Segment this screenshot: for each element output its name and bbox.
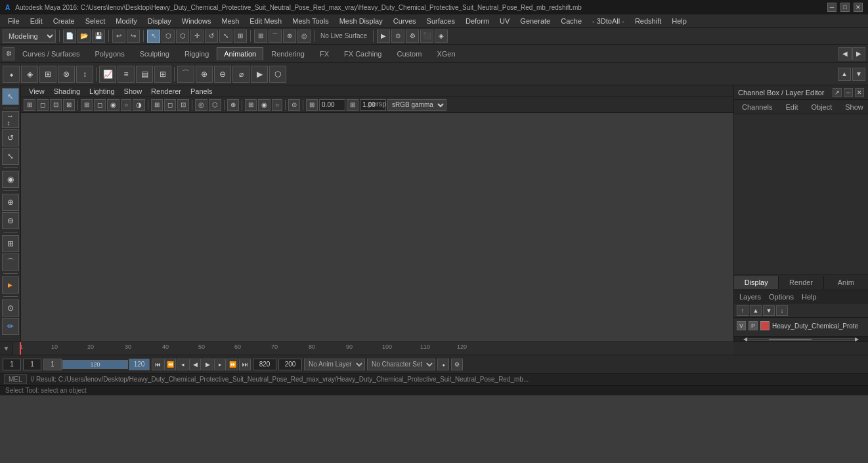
layer-add-btn[interactable]: ↑ (737, 305, 749, 316)
sculpt-btn[interactable]: ⊙ (2, 299, 19, 317)
vp-display-mode-2[interactable]: ◻ (164, 99, 176, 111)
vp-val2-btn[interactable]: ⊞ (347, 99, 358, 111)
menu-windows[interactable]: Windows (177, 16, 217, 26)
vp-display-mode-1[interactable]: ⊞ (151, 99, 163, 111)
vp-field-btn[interactable]: ⊞ (245, 99, 257, 111)
shelf-tab-fxcaching[interactable]: FX Caching (337, 47, 389, 60)
menu-file[interactable]: File (3, 16, 25, 26)
menu-modify[interactable]: Modify (110, 16, 142, 26)
snap-point-btn[interactable]: ⊕ (283, 30, 296, 43)
undo-btn[interactable]: ↩ (112, 30, 125, 43)
vpm-shading[interactable]: Shading (50, 87, 84, 96)
render-scene-btn[interactable]: ▶ (2, 276, 19, 294)
vp-select-cam-btn[interactable]: ◻ (37, 99, 49, 111)
cb-float-btn[interactable]: ↗ (833, 88, 842, 97)
shelf-icon-dope[interactable]: ≡ (118, 66, 135, 83)
hypershade-btn[interactable]: ◈ (435, 30, 448, 43)
gamma-dropdown[interactable]: sRGB gamma (387, 99, 446, 111)
layer-down-btn[interactable]: ▼ (763, 305, 775, 316)
snap-to-curve-left[interactable]: ⌒ (2, 254, 19, 271)
shelf-icon-flow-path[interactable]: ⌀ (232, 66, 250, 83)
end-frame-display[interactable] (253, 359, 276, 370)
timeline-ruler[interactable]: 1 10 20 30 40 50 60 70 80 90 100 110 120 (13, 342, 868, 355)
vp-hud-btn[interactable]: ⊕ (227, 99, 239, 111)
menu-deform[interactable]: Deform (460, 16, 494, 26)
shelf-tab-animation[interactable]: Animation (217, 47, 263, 60)
current-frame-input[interactable] (23, 359, 41, 370)
snap-view-btn[interactable]: ◎ (297, 30, 311, 43)
soft-select-btn[interactable]: ◉ (2, 171, 19, 188)
menu-generate[interactable]: Generate (515, 16, 555, 26)
open-scene-btn[interactable]: 📂 (77, 30, 91, 43)
shelf-icon-parent[interactable]: ↕ (76, 66, 93, 83)
scroll-thumb[interactable] (769, 339, 812, 340)
range-end-input[interactable] (129, 359, 150, 370)
scroll-track[interactable] (747, 338, 855, 341)
cb-tab-object[interactable]: Object (806, 102, 837, 112)
vp-filmgate-btn[interactable]: ⊡ (50, 99, 62, 111)
paint-effects-btn[interactable]: ✏ (2, 318, 19, 335)
layer-row-1[interactable]: V P Heavy_Duty_Chemical_Prote (734, 319, 868, 332)
lst-layers[interactable]: Layers (737, 292, 764, 302)
cb-close-btn[interactable]: ✕ (855, 88, 864, 97)
menu-redshift[interactable]: Redshift (630, 16, 666, 26)
new-scene-btn[interactable]: 📄 (63, 30, 76, 43)
shelf-icon-breakdown[interactable]: ◈ (21, 66, 38, 83)
viewport[interactable]: View Shading Lighting Show Renderer Pane… (21, 85, 733, 342)
vpm-panels[interactable]: Panels (186, 87, 217, 96)
cb-tab-show[interactable]: Show (840, 102, 868, 112)
cb-tab-edit[interactable]: Edit (780, 102, 803, 112)
layer-up-btn[interactable]: ▲ (750, 305, 762, 316)
menu-mesh-tools[interactable]: Mesh Tools (287, 16, 334, 26)
mode-dropdown[interactable]: Modeling Rigging Animation FX Rendering (3, 30, 56, 43)
menu-help[interactable]: Help (666, 16, 692, 26)
menu-mesh-display[interactable]: Mesh Display (334, 16, 388, 26)
shelf-icon-motion-path[interactable]: ⌒ (177, 66, 194, 83)
close-button[interactable]: ✕ (854, 3, 863, 12)
scale-tool-left[interactable]: ⤡ (2, 148, 19, 165)
menu-3dtoll[interactable]: - 3DtoAll - (587, 16, 630, 26)
save-scene-btn[interactable]: 💾 (92, 30, 105, 43)
shelf-scroll-right[interactable]: ▶ (852, 47, 865, 60)
vp-bake-btn[interactable]: ⊙ (288, 99, 300, 111)
shelf-icon-camera[interactable]: ⊞ (154, 66, 171, 83)
anim-range-bar[interactable]: 120 (62, 360, 128, 369)
next-key-btn[interactable]: ▸ (214, 359, 226, 370)
vp-value1-input[interactable] (319, 99, 345, 111)
vp-wireframe-btn[interactable]: ◻ (94, 99, 106, 111)
minimize-button[interactable]: ─ (827, 3, 836, 12)
menu-uv[interactable]: UV (494, 16, 515, 26)
vp-light-btn[interactable]: ○ (121, 99, 131, 111)
layer-type-1[interactable]: P (749, 321, 758, 330)
lst-options[interactable]: Options (766, 292, 796, 302)
snap-grid-btn[interactable]: ⊞ (254, 30, 267, 43)
vp-xray-btn[interactable]: ◎ (195, 99, 207, 111)
cb-tab-channels[interactable]: Channels (737, 102, 777, 112)
vp-shadow-btn[interactable]: ◑ (133, 99, 145, 111)
lst-help[interactable]: Help (799, 292, 819, 302)
vp-field3-btn[interactable]: ○ (272, 99, 282, 111)
shelf-tab-custom[interactable]: Custom (390, 47, 429, 60)
menu-create[interactable]: Create (48, 16, 80, 26)
move-tool-left[interactable]: ↔↕ (2, 111, 19, 128)
vp-val1-btn[interactable]: ⊞ (306, 99, 318, 111)
menu-surfaces[interactable]: Surfaces (422, 16, 460, 26)
vpm-renderer[interactable]: Renderer (147, 87, 185, 96)
rotate-tool-left[interactable]: ↺ (2, 129, 19, 146)
scale-tool-btn[interactable]: ⤡ (219, 30, 232, 43)
key-all-btn[interactable]: ⬥ (437, 359, 449, 370)
shelf-settings-btn[interactable]: ⚙ (3, 47, 14, 60)
cb-minimize-btn[interactable]: ─ (844, 88, 853, 97)
menu-edit-mesh[interactable]: Edit Mesh (244, 16, 287, 26)
shelf-scroll-left[interactable]: ◀ (838, 47, 852, 60)
render-settings-btn[interactable]: ⚙ (406, 30, 419, 43)
shelf-icons-scroll-down[interactable]: ▼ (852, 68, 865, 81)
menu-cache[interactable]: Cache (555, 16, 587, 26)
vp-outline-btn[interactable]: ⬡ (209, 99, 221, 111)
start-frame-input[interactable] (3, 359, 21, 370)
menu-select[interactable]: Select (80, 16, 111, 26)
vp-camera-btn[interactable]: ⊞ (24, 99, 35, 111)
command-mode-label[interactable]: MEL (4, 374, 27, 384)
vp-smooth-btn[interactable]: ◉ (107, 99, 119, 111)
select-tool-btn[interactable]: ↖ (147, 30, 160, 43)
